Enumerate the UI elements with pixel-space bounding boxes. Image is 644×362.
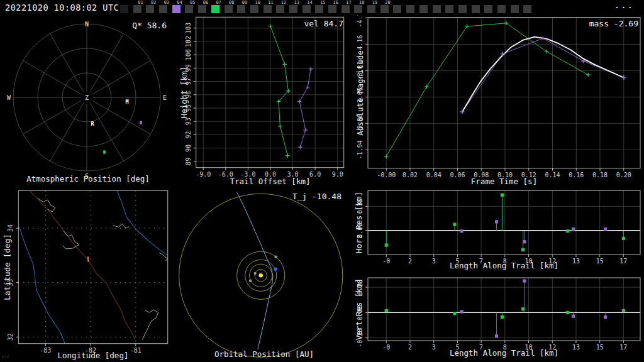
frame-square-u24[interactable] xyxy=(433,0,441,15)
frame-square-08[interactable]: 08 xyxy=(225,0,233,15)
frame-square-u25[interactable] xyxy=(445,0,453,15)
data-marker xyxy=(572,315,575,318)
y-tick-label: 102 xyxy=(185,36,192,47)
frame-square-box[interactable] xyxy=(328,5,336,13)
frame-square-box[interactable] xyxy=(159,5,167,13)
mass-readout: mass -2.69 xyxy=(589,19,638,28)
frame-square-box[interactable] xyxy=(133,5,142,13)
series-station-1 xyxy=(384,21,590,158)
frame-square-box[interactable] xyxy=(511,5,519,13)
frame-square-20[interactable]: 20 xyxy=(380,0,389,15)
frame-square-box[interactable] xyxy=(354,5,362,13)
urban-area-1 xyxy=(38,198,55,212)
frame-square-label: 18 xyxy=(359,1,364,5)
frame-square-box[interactable] xyxy=(393,5,401,13)
frame-square-box[interactable] xyxy=(146,5,154,13)
frame-square-box[interactable] xyxy=(289,5,297,13)
frame-square-box[interactable] xyxy=(523,5,531,13)
frame-square-09[interactable]: 09 xyxy=(237,0,245,15)
frame-square-box[interactable] xyxy=(419,5,428,13)
data-marker xyxy=(521,248,525,251)
top-bar: 20221020 10:08:02 UTC 010203040506070809… xyxy=(0,0,644,15)
frame-square-box[interactable] xyxy=(198,5,206,13)
frame-square-box[interactable] xyxy=(237,5,245,13)
y-tick-label: -4.72 xyxy=(357,15,364,28)
frame-square-box[interactable] xyxy=(276,5,284,13)
frame-square-u30[interactable] xyxy=(511,0,519,15)
frame-square-u29[interactable] xyxy=(497,0,506,15)
frame-square-box[interactable] xyxy=(458,5,467,13)
map-xlabel: Longitude [deg] xyxy=(18,351,168,360)
frame-square-05[interactable]: 05 xyxy=(185,0,193,15)
frame-square-box[interactable] xyxy=(264,5,272,13)
frame-square-box[interactable] xyxy=(315,5,323,13)
frame-square-label: 12 xyxy=(281,1,286,5)
frame-square-01[interactable]: 01 xyxy=(133,0,142,15)
y-tick-label: 32 xyxy=(7,333,14,341)
frame-square-u22[interactable] xyxy=(406,0,414,15)
frame-square-15[interactable]: 15 xyxy=(315,0,323,15)
frame-square-12[interactable]: 12 xyxy=(276,0,284,15)
frame-square-box[interactable] xyxy=(380,5,389,13)
compass-north: N xyxy=(85,21,89,28)
frame-square-06[interactable]: 06 xyxy=(198,0,206,15)
frame-square-u28[interactable] xyxy=(484,0,492,15)
frame-square-17[interactable]: 17 xyxy=(341,0,350,15)
y-tick-label: 89 xyxy=(185,158,192,165)
frame-square-box[interactable] xyxy=(185,5,193,13)
overflow-menu-icon[interactable]: ... xyxy=(614,0,634,10)
velocity-readout: vel 84.7 xyxy=(304,19,343,28)
data-marker xyxy=(566,311,569,314)
axes-frame xyxy=(368,190,640,255)
frame-square-label: 19 xyxy=(372,1,377,5)
height-profile-panel: -9.0-6.0-3.00.03.06.09.01031021009997969… xyxy=(176,15,352,186)
frame-square-u21[interactable] xyxy=(393,0,401,15)
frame-square-box[interactable] xyxy=(484,5,492,13)
frame-square-04[interactable]: 04 xyxy=(172,0,180,15)
frame-square-box[interactable] xyxy=(445,5,453,13)
sun xyxy=(259,273,263,277)
frame-square-box[interactable] xyxy=(497,5,506,13)
frame-square-box[interactable] xyxy=(433,5,441,13)
frame-square-box[interactable] xyxy=(406,5,414,13)
frame-square-u26[interactable] xyxy=(458,0,467,15)
tick-labels: -83-82-81343332 xyxy=(7,224,142,354)
frame-square-16[interactable]: 16 xyxy=(328,0,336,15)
frame-square-label: 03 xyxy=(164,1,169,5)
frame-square-03[interactable]: 03 xyxy=(159,0,167,15)
frame-square-19[interactable]: 19 xyxy=(367,0,375,15)
series-station-2 xyxy=(460,220,607,243)
frame-square-label: 01 xyxy=(138,1,143,5)
frame-square-14[interactable]: 14 xyxy=(303,0,311,15)
horz-res-ylabel: Horz Res [km] xyxy=(354,192,364,253)
frame-square-u0[interactable] xyxy=(120,0,128,15)
data-marker xyxy=(501,194,504,197)
frame-square-box[interactable] xyxy=(367,5,375,13)
frame-square-box[interactable] xyxy=(250,5,258,13)
tisserand-readout: T_j -10.48 xyxy=(292,192,341,201)
data-marker xyxy=(572,228,575,231)
frame-square-box[interactable] xyxy=(120,5,128,13)
frame-square-box[interactable] xyxy=(172,5,180,13)
series-station-1 xyxy=(269,24,291,157)
series-line xyxy=(270,26,288,156)
frame-square-box[interactable] xyxy=(303,5,311,13)
frame-square-u31[interactable] xyxy=(523,0,531,15)
frame-square-07[interactable]: 07 xyxy=(211,0,219,15)
frame-square-13[interactable]: 13 xyxy=(289,0,297,15)
frame-square-label: 08 xyxy=(229,1,234,5)
meteor-ground-track xyxy=(88,256,89,262)
frame-square-11[interactable]: 11 xyxy=(264,0,272,15)
map-grid xyxy=(18,190,167,343)
frame-square-02[interactable]: 02 xyxy=(146,0,154,15)
frame-square-18[interactable]: 18 xyxy=(354,0,362,15)
frame-square-u27[interactable] xyxy=(472,0,480,15)
meteor-analysis-window: 20221020 10:08:02 UTC 010203040506070809… xyxy=(0,0,644,362)
frame-square-box[interactable] xyxy=(472,5,480,13)
frame-square-box[interactable] xyxy=(341,5,350,13)
data-marker xyxy=(309,67,313,71)
frame-square-10[interactable]: 10 xyxy=(250,0,258,15)
frame-square-box[interactable] xyxy=(225,5,233,13)
frame-square-u23[interactable] xyxy=(419,0,428,15)
frame-square-box[interactable] xyxy=(211,5,219,13)
